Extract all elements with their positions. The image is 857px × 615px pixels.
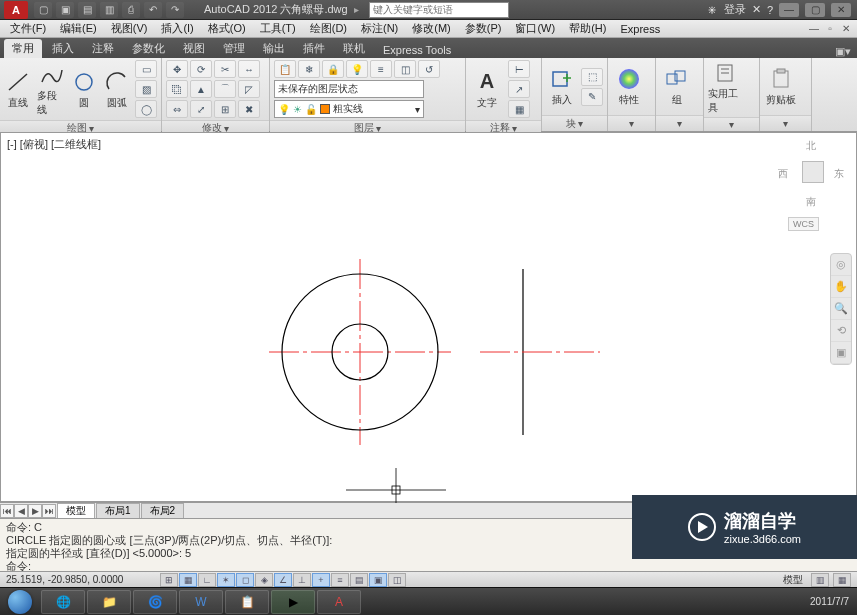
tab-home[interactable]: 常用 [4, 39, 42, 58]
tab-layout2[interactable]: 布局2 [141, 503, 185, 518]
maximize-button[interactable]: ▢ [805, 3, 825, 17]
text-button[interactable]: A 文字 [470, 69, 504, 110]
tab-layout1[interactable]: 布局1 [96, 503, 140, 518]
leader-icon[interactable]: ↗ [508, 80, 530, 98]
doc-minimize-icon[interactable]: — [807, 23, 821, 35]
menu-edit[interactable]: 编辑(E) [54, 21, 103, 36]
edit-block-icon[interactable]: ✎ [581, 88, 603, 106]
taskbar-app2-icon[interactable]: 📋 [225, 590, 269, 614]
menu-express[interactable]: Express [614, 23, 666, 35]
lwt-icon[interactable]: ≡ [331, 573, 349, 587]
insert-block-button[interactable]: 插入 [546, 66, 577, 107]
title-dropdown-icon[interactable]: ▸ [354, 4, 359, 15]
menu-window[interactable]: 窗口(W) [509, 21, 561, 36]
qat-redo-icon[interactable]: ↷ [166, 2, 184, 18]
nav-pan-icon[interactable]: ✋ [831, 276, 851, 298]
layer-state-combo[interactable]: 未保存的图层状态 [274, 80, 424, 98]
minimize-button[interactable]: — [779, 3, 799, 17]
layer-freeze-icon[interactable]: ❄ [298, 60, 320, 78]
tab-parametric[interactable]: 参数化 [124, 39, 173, 58]
taskbar-autocad-icon[interactable]: A [317, 590, 361, 614]
menu-tools[interactable]: 工具(T) [254, 21, 302, 36]
dim-icon[interactable]: ⊢ [508, 60, 530, 78]
doc-restore-icon[interactable]: ▫ [823, 23, 837, 35]
tab-manage[interactable]: 管理 [215, 39, 253, 58]
trim-icon[interactable]: ✂ [214, 60, 236, 78]
infocomm-icon[interactable]: ⛯ [707, 4, 718, 16]
qat-saveas-icon[interactable]: ▥ [100, 2, 118, 18]
menu-modify[interactable]: 修改(M) [406, 21, 457, 36]
menu-insert[interactable]: 插入(I) [155, 21, 199, 36]
tab-prev-icon[interactable]: ◀ [14, 504, 28, 518]
viewcube-face[interactable] [802, 161, 824, 183]
mirror-icon[interactable]: ▲ [190, 80, 212, 98]
menu-dimension[interactable]: 标注(N) [355, 21, 404, 36]
coords-display[interactable]: 25.1519, -20.9850, 0.0000 [0, 574, 160, 585]
snap-icon[interactable]: ⊞ [160, 573, 178, 587]
drawing-viewport[interactable]: [-] [俯视] [二维线框] 北 西 东 南 WCS ◎ ✋ 🔍 ⟲ ▣ [0, 132, 857, 502]
menu-format[interactable]: 格式(O) [202, 21, 252, 36]
extend-icon[interactable]: ↔ [238, 60, 260, 78]
rotate-icon[interactable]: ⟳ [190, 60, 212, 78]
qat-save-icon[interactable]: ▤ [78, 2, 96, 18]
create-block-icon[interactable]: ⬚ [581, 68, 603, 86]
tab-model[interactable]: 模型 [57, 503, 95, 518]
properties-button[interactable]: 特性 [612, 66, 646, 107]
rectangle-icon[interactable]: ▭ [135, 60, 157, 78]
tab-last-icon[interactable]: ⏭ [42, 504, 56, 518]
taskbar-app1-icon[interactable]: 🌀 [133, 590, 177, 614]
exchange-icon[interactable]: ✕ [752, 3, 761, 16]
ortho-icon[interactable]: ∟ [198, 573, 216, 587]
menu-parametric[interactable]: 参数(P) [459, 21, 508, 36]
tab-next-icon[interactable]: ▶ [28, 504, 42, 518]
polar-icon[interactable]: ✶ [217, 573, 235, 587]
tab-output[interactable]: 输出 [255, 39, 293, 58]
chamfer-icon[interactable]: ◸ [238, 80, 260, 98]
menu-file[interactable]: 文件(F) [4, 21, 52, 36]
tab-insert[interactable]: 插入 [44, 39, 82, 58]
nav-showmotion-icon[interactable]: ▣ [831, 342, 851, 364]
ellipse-icon[interactable]: ◯ [135, 100, 157, 118]
table-icon[interactable]: ▦ [508, 100, 530, 118]
array-icon[interactable]: ⊞ [214, 100, 236, 118]
grid-icon[interactable]: ▦ [179, 573, 197, 587]
move-icon[interactable]: ✥ [166, 60, 188, 78]
menu-help[interactable]: 帮助(H) [563, 21, 612, 36]
login-label[interactable]: 登录 [724, 2, 746, 17]
qat-open-icon[interactable]: ▣ [56, 2, 74, 18]
taskbar-app3-icon[interactable]: ▶ [271, 590, 315, 614]
qat-print-icon[interactable]: ⎙ [122, 2, 140, 18]
sc-icon[interactable]: ◫ [388, 573, 406, 587]
tab-express[interactable]: Express Tools [375, 42, 459, 58]
tab-view[interactable]: 视图 [175, 39, 213, 58]
tab-first-icon[interactable]: ⏮ [0, 504, 14, 518]
layer-iso-icon[interactable]: ◫ [394, 60, 416, 78]
ducs-icon[interactable]: ⊥ [293, 573, 311, 587]
layer-prev-icon[interactable]: ↺ [418, 60, 440, 78]
layer-current-combo[interactable]: 💡☀🔓 粗实线 ▾ [274, 100, 424, 118]
viewcube[interactable]: 北 西 东 南 WCS [778, 137, 848, 237]
clipboard-button[interactable]: 剪贴板 [764, 66, 798, 107]
qp-icon[interactable]: ▣ [369, 573, 387, 587]
wcs-badge[interactable]: WCS [788, 217, 819, 231]
taskbar-ie-icon[interactable]: 🌐 [41, 590, 85, 614]
search-input[interactable] [369, 2, 509, 18]
polyline-button[interactable]: 多段线 [37, 62, 66, 117]
circle-button[interactable]: 圆 [70, 69, 99, 110]
copy-icon[interactable]: ⿻ [166, 80, 188, 98]
doc-close-icon[interactable]: ✕ [839, 23, 853, 35]
taskbar-word-icon[interactable]: W [179, 590, 223, 614]
tab-annotate[interactable]: 注释 [84, 39, 122, 58]
start-button[interactable] [0, 588, 40, 616]
layer-lock-icon[interactable]: 🔒 [322, 60, 344, 78]
qat-undo-icon[interactable]: ↶ [144, 2, 162, 18]
close-button[interactable]: ✕ [831, 3, 851, 17]
quickview-drawings-icon[interactable]: ▦ [833, 573, 851, 587]
erase-icon[interactable]: ✖ [238, 100, 260, 118]
taskbar-explorer-icon[interactable]: 📁 [87, 590, 131, 614]
scale-icon[interactable]: ⤢ [190, 100, 212, 118]
group-button[interactable]: 组 [660, 66, 694, 107]
3dosnap-icon[interactable]: ◈ [255, 573, 273, 587]
modelspace-toggle[interactable]: 模型 [779, 573, 807, 587]
nav-orbit-icon[interactable]: ⟲ [831, 320, 851, 342]
